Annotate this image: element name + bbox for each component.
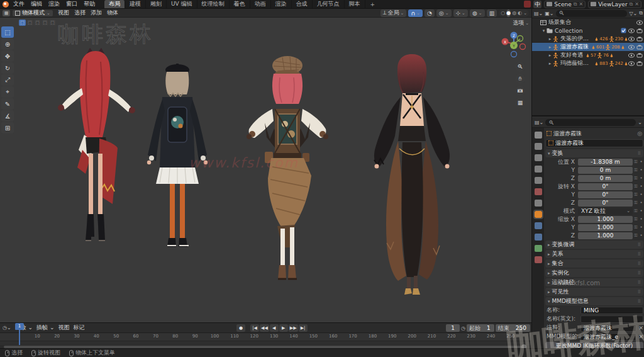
viewport-menu-1[interactable]: 选择 [72, 9, 88, 16]
current-frame-field[interactable]: 1 [446, 324, 460, 332]
tool-measure[interactable]: ∡ [1, 110, 14, 122]
delete-viewlayer-button[interactable]: ✕ [635, 1, 639, 7]
select-mode-invert-button[interactable]: ⬚ [42, 20, 48, 26]
disclosure-triangle[interactable]: ▸ [547, 53, 553, 58]
frame-end-field[interactable]: 结束 250 [496, 324, 530, 332]
xray-toggle[interactable]: ▥ [487, 9, 497, 17]
menu-0[interactable]: 文件 [10, 1, 28, 7]
hide-eye-icon[interactable] [636, 20, 643, 25]
animate-dot-icon[interactable]: • [639, 192, 643, 197]
tool-rotate[interactable]: ↻ [1, 62, 14, 74]
workspace-tab-0[interactable]: 布局 [104, 0, 125, 8]
section-4[interactable]: ▸运动路径⠿ [545, 278, 643, 286]
shading-wireframe-button[interactable]: ○ [501, 9, 505, 17]
disclosure-triangle[interactable]: ▸ [547, 45, 553, 50]
properties-tab-scene[interactable] [535, 177, 542, 184]
camera-render-icon[interactable] [636, 61, 643, 66]
mmd-section-header[interactable]: ▾ MMD模型信息 ⠿ [545, 297, 643, 305]
new-scene-button[interactable]: ⧉ [574, 1, 577, 8]
section-2[interactable]: ▸集合⠿ [545, 259, 643, 268]
model-4-black-dress[interactable] [374, 54, 450, 295]
lock-icon[interactable]: ⚿ [633, 217, 639, 222]
zoom-tool-icon[interactable]: 🔍︎ [515, 62, 525, 72]
timeline-menu-2[interactable]: 视图 [57, 324, 72, 331]
hide-eye-icon[interactable] [628, 45, 635, 50]
transform-section-header[interactable]: ▾ 变换 ⠿ [545, 149, 643, 157]
playback-button-3[interactable]: ▶ [279, 324, 288, 332]
outliner-search-input[interactable]: 🔍︎ [556, 10, 628, 17]
workspace-tab-1[interactable]: 建模 [125, 0, 146, 8]
rotation-mode-dropdown[interactable]: XYZ 欧拉 [578, 208, 633, 215]
pin-icon[interactable]: ◎ [637, 130, 642, 137]
new-viewlayer-button[interactable]: ⧉ [630, 1, 633, 8]
properties-options-dropdown[interactable]: ⌄ [638, 120, 642, 125]
hide-eye-icon[interactable] [628, 28, 635, 33]
auto-keying-button[interactable]: ● [236, 324, 245, 332]
outliner-row-1[interactable]: ▾Collection [532, 26, 644, 35]
select-mode-subtract-button[interactable]: ⬚ [34, 20, 41, 26]
animate-dot-icon[interactable]: • [639, 184, 643, 189]
disclosure-triangle[interactable]: ▸ [547, 61, 553, 66]
menu-3[interactable]: 窗口 [63, 1, 80, 7]
mode-dropdown[interactable]: 物体模式 ⌄ [12, 9, 53, 17]
editor-type-button[interactable]: ▦ [3, 10, 10, 16]
playback-button-1[interactable]: ◀◀ [260, 324, 269, 332]
viewport-menu-0[interactable]: 视图 [55, 9, 72, 16]
hide-eye-icon[interactable] [628, 53, 635, 58]
viewport-menu-2[interactable]: 添加 [88, 9, 104, 16]
camera-render-icon[interactable] [636, 53, 643, 58]
properties-tab-view-layer[interactable] [535, 166, 542, 173]
workspace-tab-7[interactable]: 渲染 [271, 0, 292, 8]
tool-select-box[interactable]: ⬚ [1, 26, 14, 38]
checkbox-icon[interactable] [621, 28, 626, 33]
menu-4[interactable]: 帮助 [80, 1, 98, 7]
blender-logo-icon[interactable] [3, 1, 9, 8]
animate-dot-icon[interactable]: • [639, 159, 643, 164]
transform-value-field[interactable]: 1.000 [578, 232, 633, 239]
lock-icon[interactable]: ⚿ [633, 167, 639, 173]
section-1[interactable]: ▸关系⠿ [545, 250, 643, 258]
mmd-name-input[interactable]: MING [580, 307, 643, 314]
properties-tab-data[interactable] [535, 245, 542, 252]
viewport-options-dropdown[interactable]: 选项 ⌄ [513, 19, 529, 27]
timeline-track[interactable] [0, 341, 531, 345]
transform-value-field[interactable]: -1.8308 m [578, 159, 633, 166]
mmd-name-en-input[interactable] [580, 315, 643, 323]
model-1-red-hair[interactable] [58, 48, 135, 241]
transform-orientation-dropdown[interactable]: ⟂ 全局 ⌄ [380, 9, 407, 17]
ortho-toggle-icon[interactable]: ▦ [515, 98, 525, 108]
shading-solid-button[interactable]: ● [506, 9, 511, 17]
properties-tab-render[interactable] [535, 143, 542, 150]
properties-editor-type-button[interactable]: ▤⌄ [535, 120, 543, 125]
select-mode-extend-button[interactable]: ⬚ [26, 20, 33, 26]
add-workspace-button[interactable]: + [367, 1, 379, 8]
lock-icon[interactable]: ⚿ [633, 159, 639, 164]
section-0[interactable]: ▸变换微调⠿ [545, 241, 643, 249]
tool-cursor[interactable]: ⊕ [1, 38, 14, 50]
model-2-beret[interactable] [147, 64, 208, 247]
select-mode-new-button[interactable]: ⬚ [19, 20, 26, 26]
tool-move[interactable]: ✥ [1, 50, 14, 62]
properties-tab-physics[interactable] [535, 222, 542, 229]
playback-button-0[interactable]: |◀ [250, 324, 259, 332]
new-collection-button[interactable]: ⧉ [639, 10, 643, 16]
workspace-tab-5[interactable]: 着色 [230, 0, 250, 8]
timeline-editor-type-button[interactable]: ◷⌄ [3, 325, 11, 331]
animate-dot-icon[interactable]: • [639, 233, 643, 238]
lock-icon[interactable]: ⚿ [633, 233, 639, 238]
mmd-comment-chip[interactable]: 泅渡赤霞珠 [580, 324, 636, 332]
properties-tab-world[interactable] [535, 188, 542, 195]
outliner-collection-icon[interactable]: ▣⌄ [545, 11, 553, 16]
outliner-row-4[interactable]: ▸友好奇遇5776 [532, 51, 644, 59]
animate-dot-icon[interactable]: • [639, 200, 643, 205]
use-preview-range-icon[interactable]: ◷ [461, 326, 465, 331]
camera-render-icon[interactable] [636, 45, 643, 50]
animate-dot-icon[interactable]: • [639, 225, 643, 230]
hide-eye-icon[interactable] [628, 61, 635, 66]
playback-button-5[interactable]: ▶| [299, 324, 308, 332]
playback-button-2[interactable]: ◀ [270, 324, 279, 332]
workspace-tab-9[interactable]: 几何节点 [313, 0, 345, 8]
delete-scene-button[interactable]: ✕ [579, 1, 583, 7]
tool-transform[interactable]: ⌖ [1, 86, 14, 98]
section-3[interactable]: ▸实例化⠿ [545, 269, 643, 277]
